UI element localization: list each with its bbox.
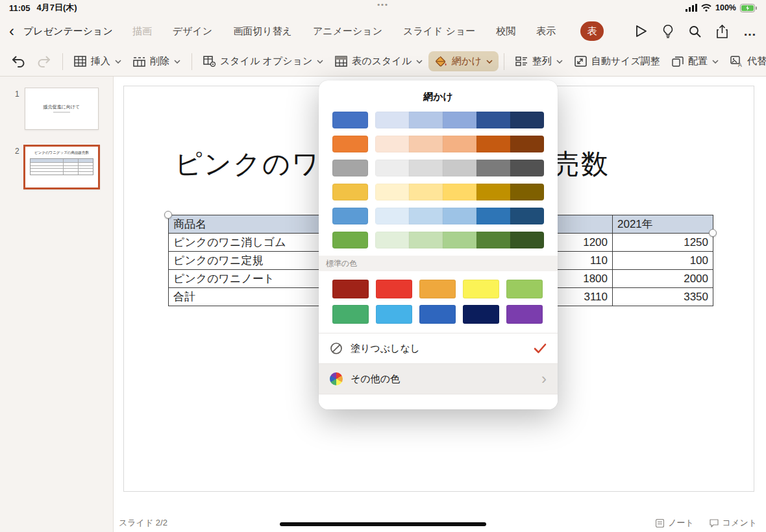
color-swatch[interactable] xyxy=(510,232,544,248)
toolbar-divider xyxy=(504,53,504,70)
tab-design[interactable]: デザイン xyxy=(173,25,212,38)
present-button[interactable] xyxy=(636,25,647,38)
share-icon[interactable] xyxy=(717,25,728,38)
color-swatch[interactable] xyxy=(443,112,476,128)
color-swatch[interactable] xyxy=(443,184,476,200)
autofit-button[interactable]: 自動サイズ調整 xyxy=(569,51,666,71)
table-selection-handle[interactable] xyxy=(709,229,717,237)
table-styles-button[interactable]: 表のスタイル xyxy=(329,51,428,71)
color-swatch[interactable] xyxy=(375,184,409,200)
autofit-icon xyxy=(574,56,587,67)
clock: 11:05 xyxy=(9,3,31,13)
document-title[interactable]: プレゼンテーション xyxy=(23,25,113,38)
color-swatch[interactable] xyxy=(409,184,443,200)
cell-value[interactable]: 1250 xyxy=(613,234,713,252)
chevron-down-icon xyxy=(556,60,563,64)
insert-button[interactable]: 挿入 xyxy=(68,51,127,71)
color-swatch[interactable] xyxy=(419,280,456,298)
more-menu-icon[interactable]: … xyxy=(743,29,757,34)
color-swatch[interactable] xyxy=(476,112,510,128)
color-swatch[interactable] xyxy=(476,232,510,248)
color-swatch[interactable] xyxy=(375,136,409,152)
color-swatch[interactable] xyxy=(409,208,443,224)
undo-button[interactable] xyxy=(5,51,31,71)
color-swatch[interactable] xyxy=(510,136,544,152)
color-swatch[interactable] xyxy=(409,232,443,248)
color-swatch[interactable] xyxy=(443,160,476,176)
color-swatch[interactable] xyxy=(376,280,412,298)
chevron-right-icon: › xyxy=(541,371,547,387)
no-fill-icon xyxy=(330,342,343,355)
color-swatch[interactable] xyxy=(419,305,456,324)
color-swatch[interactable] xyxy=(375,160,409,176)
ideas-lightbulb-icon[interactable] xyxy=(663,25,673,38)
comments-button[interactable]: コメント xyxy=(710,517,757,529)
theme-color-row xyxy=(332,232,544,248)
color-swatch[interactable] xyxy=(463,305,499,324)
color-swatch[interactable] xyxy=(506,280,543,298)
tab-view[interactable]: 表示 xyxy=(536,25,556,38)
color-swatch[interactable] xyxy=(476,160,510,176)
delete-button[interactable]: 削除 xyxy=(127,51,186,71)
redo-button[interactable] xyxy=(31,51,57,71)
slide-thumbnail-2-selected[interactable]: ピンクのワニグッズの商品販売数 xyxy=(23,145,100,189)
color-swatch[interactable] xyxy=(332,305,369,324)
theme-color-grid xyxy=(319,103,558,248)
shading-button[interactable]: 網かけ xyxy=(428,51,499,71)
color-swatch[interactable] xyxy=(443,232,476,248)
color-swatch[interactable] xyxy=(409,160,443,176)
color-swatch[interactable] xyxy=(409,112,443,128)
color-swatch[interactable] xyxy=(332,160,368,176)
cell-value[interactable]: 3350 xyxy=(613,288,713,306)
color-swatch[interactable] xyxy=(376,305,412,324)
theme-color-row xyxy=(332,184,544,200)
color-swatch[interactable] xyxy=(375,208,409,224)
tab-review[interactable]: 校閲 xyxy=(496,25,515,38)
color-swatch[interactable] xyxy=(510,160,544,176)
align-button[interactable]: 整列 xyxy=(510,51,569,71)
tab-draw[interactable]: 描画 xyxy=(132,25,152,38)
home-indicator[interactable] xyxy=(280,522,486,526)
slide-thumbnail-1[interactable]: 販売促進に向けて xyxy=(25,88,99,130)
alt-text-label: 代替テキスト xyxy=(747,55,766,67)
color-swatch[interactable] xyxy=(506,305,543,324)
back-chevron-button[interactable]: ‹ xyxy=(9,23,14,39)
color-swatch[interactable] xyxy=(332,136,368,152)
color-swatch[interactable] xyxy=(332,208,368,224)
color-swatch[interactable] xyxy=(476,184,510,200)
color-swatch[interactable] xyxy=(375,232,409,248)
color-swatch[interactable] xyxy=(332,280,369,298)
table-selection-handle[interactable] xyxy=(164,211,172,219)
cell-value[interactable]: 100 xyxy=(613,252,713,270)
color-swatch[interactable] xyxy=(375,112,409,128)
color-swatch[interactable] xyxy=(476,208,510,224)
color-swatch[interactable] xyxy=(443,136,476,152)
notes-button[interactable]: ノート xyxy=(656,517,694,529)
color-swatch[interactable] xyxy=(476,136,510,152)
color-swatch[interactable] xyxy=(510,208,544,224)
align-icon xyxy=(515,56,528,67)
color-swatch[interactable] xyxy=(409,136,443,152)
color-swatch[interactable] xyxy=(332,112,368,128)
tab-slideshow[interactable]: スライド ショー xyxy=(403,25,475,38)
app-header: 11:05 4月7日(木) ••• 100% ‹ プレゼンテーション 描画 デザ… xyxy=(0,0,766,77)
color-swatch[interactable] xyxy=(332,184,368,200)
color-swatch[interactable] xyxy=(510,112,544,128)
cell-value[interactable]: 2000 xyxy=(613,270,713,288)
alt-text-button[interactable]: A 代替テキスト xyxy=(724,51,766,71)
more-colors-option[interactable]: その他の色 › xyxy=(319,363,558,394)
tab-transitions[interactable]: 画面切り替え xyxy=(233,25,292,38)
style-options-button[interactable]: スタイル オプション xyxy=(197,51,329,71)
tab-table-contextual[interactable]: 表 xyxy=(580,21,604,41)
slide-thumbnail-panel: 1 販売促進に向けて 2 ピンクのワニグッズの商品販売数 xyxy=(0,77,114,532)
more-colors-label: その他の色 xyxy=(351,373,400,385)
search-icon[interactable] xyxy=(689,25,701,38)
arrange-button[interactable]: 配置 xyxy=(666,51,724,71)
no-fill-option[interactable]: 塗りつぶしなし xyxy=(319,333,558,363)
color-swatch[interactable] xyxy=(443,208,476,224)
color-swatch[interactable] xyxy=(463,280,499,298)
color-swatch[interactable] xyxy=(510,184,544,200)
color-swatch[interactable] xyxy=(332,232,368,248)
tab-animations[interactable]: アニメーション xyxy=(313,25,382,38)
header-cell-year2[interactable]: 2021年 xyxy=(613,215,713,234)
